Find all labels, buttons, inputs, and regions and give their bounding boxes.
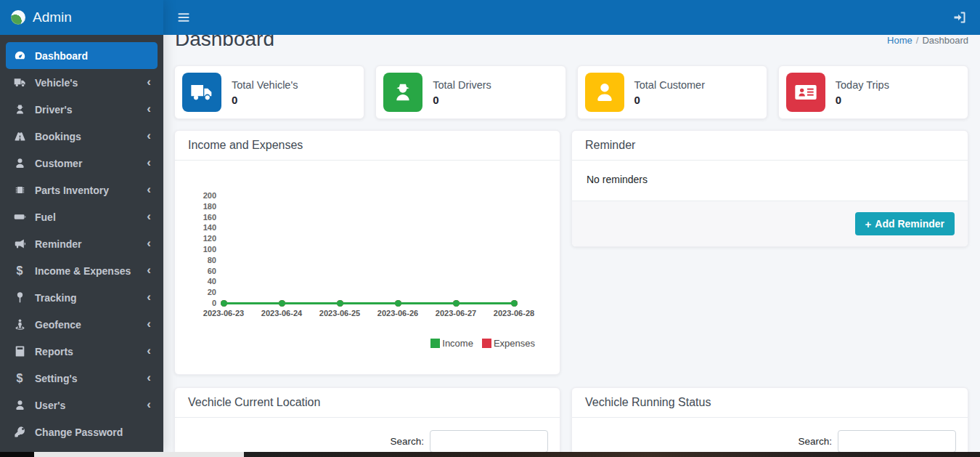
vehicle-current-location-title: Vechicle Current Location xyxy=(188,396,320,409)
user-icon xyxy=(12,399,27,411)
key-icon xyxy=(12,426,27,438)
add-reminder-label: Add Reminder xyxy=(875,218,944,230)
sidebar-item-fuel[interactable]: Fuel‹ xyxy=(6,203,158,230)
x-axis-tick: 2023-06-26 xyxy=(369,309,427,318)
microchip-icon xyxy=(12,184,27,196)
street-view-icon xyxy=(12,318,27,331)
scrollbar-corner xyxy=(0,452,34,457)
gauge-icon xyxy=(12,49,27,62)
chevron-left-icon: ‹ xyxy=(147,264,151,276)
sidebar-item-label: Income & Expenses xyxy=(35,265,131,277)
sidebar-item-driver-s[interactable]: Driver's‹ xyxy=(6,96,158,123)
vehicle-current-location-card: Vechicle Current Location Search: xyxy=(174,387,560,457)
driver-icon xyxy=(12,103,27,116)
sidebar-item-change-password[interactable]: Change Password xyxy=(6,418,158,445)
chart-point-income xyxy=(453,300,460,307)
stat-value: 0 xyxy=(433,94,491,106)
location-search-label: Search: xyxy=(390,436,424,447)
chevron-left-icon: ‹ xyxy=(147,210,151,222)
chart-line-income xyxy=(222,302,283,304)
id-card-icon xyxy=(786,73,825,112)
content-area: Dashboard Home/Dashboard Total Vehicle's… xyxy=(163,28,980,457)
reminder-card-header: Reminder xyxy=(572,131,968,161)
x-axis-tick: 2023-06-25 xyxy=(311,309,369,318)
stat-label: Total Drivers xyxy=(433,79,491,91)
stat-label: Total Vehicle's xyxy=(232,79,298,91)
calculator-icon xyxy=(12,345,27,357)
sidebar-item-label: Bookings xyxy=(35,131,81,142)
status-search-input[interactable] xyxy=(838,430,956,453)
chart-line-income xyxy=(280,302,341,304)
sidebar-item-bookings[interactable]: Bookings‹ xyxy=(6,123,158,150)
y-axis-tick: 80 xyxy=(175,255,216,265)
sidebar-item-geofence[interactable]: Geofence‹ xyxy=(6,311,158,338)
chart-point-income xyxy=(511,300,518,307)
chevron-left-icon: ‹ xyxy=(147,344,151,357)
y-axis-tick: 180 xyxy=(175,201,216,211)
scrollbar-thumb[interactable] xyxy=(34,452,244,457)
bottom-row: Vechicle Current Location Search: Vechic… xyxy=(174,387,968,457)
scrollbar-track[interactable] xyxy=(244,452,980,457)
stat-card-total-drivers: Total Drivers0 xyxy=(375,65,565,119)
y-axis-tick: 100 xyxy=(175,244,216,254)
chevron-left-icon: ‹ xyxy=(147,102,151,115)
breadcrumb-home-link[interactable]: Home xyxy=(887,35,912,46)
y-axis-tick: 60 xyxy=(175,266,216,276)
status-search-row: Search: xyxy=(572,418,968,457)
x-axis-tick: 2023-06-24 xyxy=(253,309,311,318)
hamburger-icon[interactable] xyxy=(176,10,191,25)
chevron-left-icon: ‹ xyxy=(147,398,151,411)
sidebar-item-label: Customer xyxy=(35,158,82,169)
sidebar-item-reminder[interactable]: Reminder‹ xyxy=(6,230,158,257)
reminder-card: Reminder No reminders + Add Reminder xyxy=(571,130,968,247)
brand[interactable]: Admin xyxy=(0,0,163,35)
location-search-row: Search: xyxy=(175,418,560,457)
stat-card-total-customer: Total Customer0 xyxy=(577,65,767,119)
sidebar-item-label: Tracking xyxy=(35,292,77,304)
location-search-input[interactable] xyxy=(430,430,548,453)
battery-icon xyxy=(12,211,27,223)
sidebar-item-setting-s[interactable]: $Setting's‹ xyxy=(6,365,158,392)
y-axis-tick: 40 xyxy=(175,276,216,286)
chart-line-income xyxy=(396,302,457,304)
stat-label: Today Trips xyxy=(836,79,889,91)
sidebar-item-customer[interactable]: Customer‹ xyxy=(6,150,158,177)
sidebar-item-label: Driver's xyxy=(35,104,73,116)
add-reminder-button[interactable]: + Add Reminder xyxy=(855,212,955,235)
horizontal-scrollbar xyxy=(0,452,980,457)
sidebar-item-label: Fuel xyxy=(35,211,56,223)
sidebar-item-parts-inventory[interactable]: Parts Inventory‹ xyxy=(6,177,158,203)
chart-point-income xyxy=(395,300,401,307)
sidebar-item-user-s[interactable]: User's‹ xyxy=(6,392,158,418)
sidebar-item-reports[interactable]: Reports‹ xyxy=(6,338,158,365)
driver-icon xyxy=(383,73,422,112)
sidebar-menu: DashboardVehicle's‹Driver's‹Bookings‹Cus… xyxy=(0,35,163,445)
chart-point-income xyxy=(279,300,285,307)
y-axis-tick: 200 xyxy=(175,190,216,201)
chart-line-income xyxy=(338,302,399,304)
chart-legend: IncomeExpenses xyxy=(430,338,535,349)
sidebar-item-label: Change Password xyxy=(35,426,123,438)
sidebar-item-dashboard[interactable]: Dashboard xyxy=(6,42,158,69)
income-expenses-card: Income and Expenses 20018016014012010080… xyxy=(174,130,560,375)
reminder-empty-text: No reminders xyxy=(572,161,968,201)
sidebar-item-income-expenses[interactable]: $Income & Expenses‹ xyxy=(6,257,158,284)
dollar-icon: $ xyxy=(12,264,27,277)
vehicle-running-status-card: Vechicle Running Status Search: xyxy=(571,387,968,457)
legend-swatch-icon xyxy=(430,339,440,348)
status-search-label: Search: xyxy=(798,436,832,447)
sidebar-item-vehicle-s[interactable]: Vehicle's‹ xyxy=(6,69,158,96)
stat-cards-row: Total Vehicle's0Total Drivers0Total Cust… xyxy=(174,65,968,119)
chart-point-income xyxy=(221,300,227,307)
stat-value: 0 xyxy=(634,94,706,106)
main-row: Income and Expenses 20018016014012010080… xyxy=(174,130,968,375)
plus-icon: + xyxy=(865,219,872,230)
brand-logo-icon xyxy=(11,10,25,25)
reminder-title: Reminder xyxy=(585,139,635,152)
user-icon xyxy=(12,157,27,169)
sign-out-icon[interactable] xyxy=(952,10,967,25)
x-axis-tick: 2023-06-28 xyxy=(485,309,543,318)
chevron-left-icon: ‹ xyxy=(147,129,151,142)
sidebar-item-tracking[interactable]: Tracking‹ xyxy=(6,284,158,311)
vehicle-running-status-title: Vechicle Running Status xyxy=(585,396,711,409)
